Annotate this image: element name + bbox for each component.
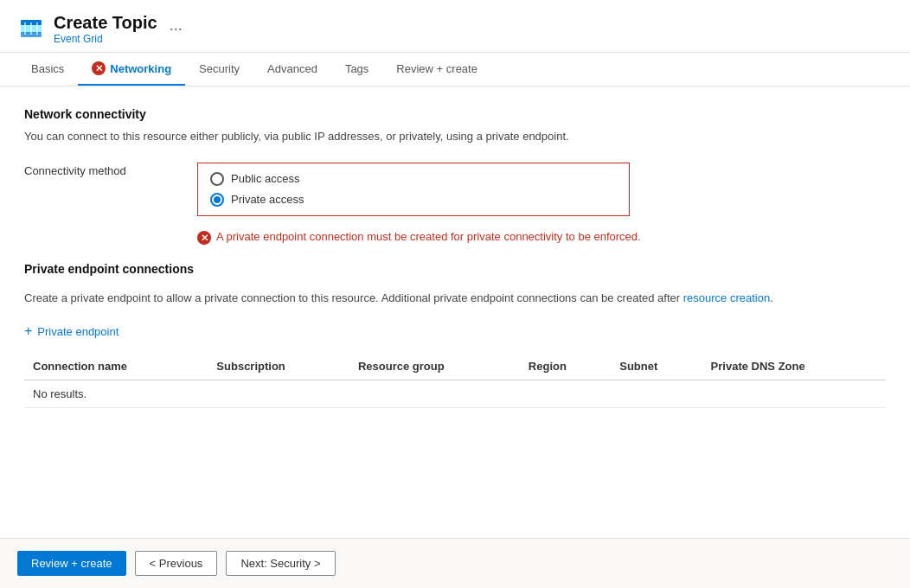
page-subtitle: Event Grid (54, 33, 157, 45)
private-access-label: Private access (231, 193, 304, 206)
tab-basics[interactable]: Basics (17, 53, 78, 86)
private-endpoints-title: Private endpoint connections (24, 262, 886, 276)
connectivity-error: ✕ A private endpoint connection must be … (197, 230, 886, 245)
table-header-row: Connection name Subscription Resource gr… (24, 353, 886, 380)
add-endpoint-label: Private endpoint (37, 325, 119, 338)
page-header: Create Topic Event Grid ··· (0, 0, 910, 53)
network-connectivity-description: You can connect to this resource either … (24, 128, 886, 145)
service-icon (17, 15, 45, 42)
col-subnet: Subnet (611, 353, 702, 380)
public-access-radio[interactable] (210, 172, 224, 186)
col-region: Region (520, 353, 611, 380)
tab-networking[interactable]: ✕ Networking (78, 53, 185, 86)
public-access-option[interactable]: Public access (210, 172, 617, 186)
tab-tags[interactable]: Tags (331, 53, 382, 86)
error-text: A private endpoint connection must be cr… (216, 230, 641, 243)
section-divider: Private endpoint connections (24, 262, 886, 276)
col-connection-name: Connection name (24, 353, 208, 380)
error-icon: ✕ (197, 231, 211, 245)
connectivity-label: Connectivity method (24, 163, 197, 177)
col-resource-group: Resource group (349, 353, 520, 380)
more-options-button[interactable]: ··· (170, 20, 183, 38)
tab-advanced[interactable]: Advanced (253, 53, 331, 86)
plus-icon: + (24, 323, 32, 339)
tab-bar: Basics ✕ Networking Security Advanced Ta… (0, 53, 910, 86)
main-content: Network connectivity You can connect to … (0, 86, 910, 538)
networking-error-icon: ✕ (92, 61, 106, 75)
footer-bar: Review + create < Previous Next: Securit… (0, 538, 910, 588)
tab-review-create[interactable]: Review + create (382, 53, 491, 86)
private-access-radio[interactable] (210, 193, 224, 207)
add-private-endpoint-button[interactable]: + Private endpoint (24, 323, 886, 339)
col-private-dns-zone: Private DNS Zone (702, 353, 886, 380)
table-no-results-row: No results. (24, 380, 886, 408)
no-results-cell: No results. (24, 380, 886, 408)
previous-button[interactable]: < Previous (135, 551, 218, 576)
public-access-label: Public access (231, 172, 299, 185)
next-security-button[interactable]: Next: Security > (226, 551, 335, 576)
connectivity-options-box: Public access Private access (197, 163, 630, 216)
review-create-button[interactable]: Review + create (17, 551, 126, 576)
private-endpoints-description: Create a private endpoint to allow a pri… (24, 290, 886, 307)
connectivity-method-row: Connectivity method Public access Privat… (24, 163, 886, 216)
page-title: Create Topic (54, 12, 157, 33)
tab-security[interactable]: Security (185, 53, 253, 86)
endpoints-table: Connection name Subscription Resource gr… (24, 353, 886, 408)
col-subscription: Subscription (208, 353, 349, 380)
private-access-option[interactable]: Private access (210, 193, 617, 207)
network-connectivity-title: Network connectivity (24, 107, 886, 121)
